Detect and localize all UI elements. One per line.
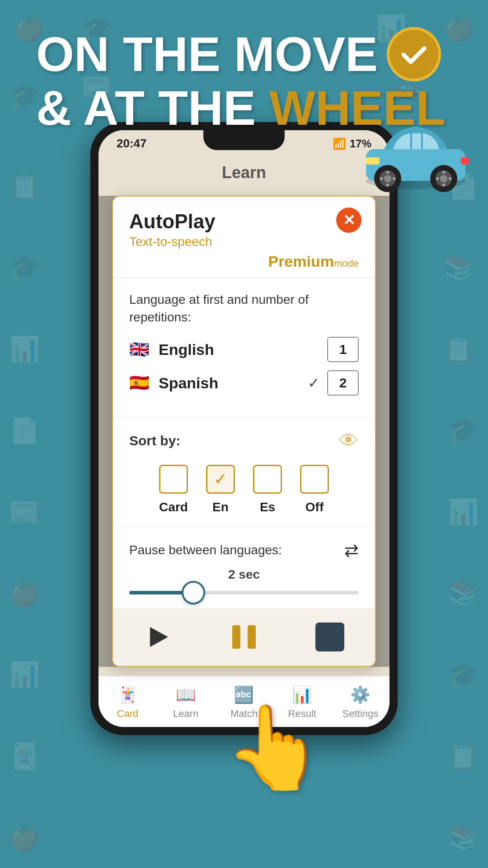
stop-icon xyxy=(315,623,344,651)
sort-label-en: En xyxy=(212,500,229,514)
sort-checkbox-es[interactable] xyxy=(253,465,282,494)
headline-text-1: ON THE MOVE xyxy=(36,28,378,81)
english-name: English xyxy=(159,341,327,359)
sort-section: Sort by: 👁 Card xyxy=(113,417,375,528)
spanish-count[interactable]: 2 xyxy=(327,370,359,396)
svg-point-15 xyxy=(449,177,451,180)
spanish-flag: 🇪🇸 xyxy=(129,373,150,392)
slider-track[interactable] xyxy=(129,591,359,594)
car-illustration xyxy=(357,108,474,199)
nav-icon-card: 🃏 xyxy=(117,685,138,704)
modal-header: AutoPlay Text-to-speech ✕ xyxy=(113,197,375,249)
english-count-value: 1 xyxy=(339,342,347,357)
nav-label-card: Card xyxy=(117,708,139,720)
status-time: 20:47 xyxy=(117,137,147,151)
svg-point-14 xyxy=(436,177,439,180)
premium-mode: mode xyxy=(334,258,359,269)
bottom-controls xyxy=(113,608,375,666)
pause-section: Pause between languages: ⇄ 2 sec xyxy=(113,528,375,608)
nav-item-result[interactable]: 📊 Result xyxy=(273,676,331,727)
pause-button[interactable] xyxy=(226,619,262,655)
svg-rect-16 xyxy=(366,157,380,165)
nav-icon-result: 📊 xyxy=(292,685,312,704)
svg-point-13 xyxy=(442,184,445,186)
sort-options: Card ✓ En xyxy=(129,465,359,514)
sort-label-es: Es xyxy=(260,500,275,514)
phone-screen: 20:47 📶 17% Learn AutoPlay Text-to-speec… xyxy=(99,130,389,727)
bottom-nav: 🃏 Card 📖 Learn 🔤 Match 📊 Result ⚙️ xyxy=(99,676,389,727)
svg-point-10 xyxy=(380,177,383,180)
nav-icon-learn: 📖 xyxy=(176,685,196,704)
svg-point-7 xyxy=(440,175,447,182)
language-section: Language at first and number of repetiti… xyxy=(113,278,375,417)
spanish-name: Spanish xyxy=(159,374,308,392)
svg-point-12 xyxy=(442,171,445,174)
sort-checkbox-en[interactable]: ✓ xyxy=(206,465,235,494)
autoplay-modal: AutoPlay Text-to-speech ✕ Premiummode La… xyxy=(112,196,376,667)
svg-point-9 xyxy=(386,184,389,186)
pause-value: 2 sec xyxy=(129,567,359,582)
language-section-title: Language at first and number of repetiti… xyxy=(129,291,359,326)
modal-subtitle: Text-to-speech xyxy=(129,235,359,249)
svg-point-11 xyxy=(393,177,395,180)
slider-thumb[interactable] xyxy=(182,581,205,604)
sort-option-en[interactable]: ✓ En xyxy=(206,465,235,514)
sort-title: Sort by: xyxy=(129,433,180,448)
language-row-spanish[interactable]: 🇪🇸 Spanish ✓ 2 xyxy=(129,370,359,396)
sort-header: Sort by: 👁 xyxy=(129,429,359,452)
modal-overlay: AutoPlay Text-to-speech ✕ Premiummode La… xyxy=(99,196,389,667)
svg-rect-17 xyxy=(461,157,469,165)
sort-label-off: Off xyxy=(305,500,324,514)
play-button[interactable] xyxy=(140,619,176,655)
svg-rect-20 xyxy=(248,625,256,649)
headline-line1: ON THE MOVE xyxy=(36,27,452,81)
nav-icon-match: 🔤 xyxy=(234,685,254,704)
nav-item-card[interactable]: 🃏 Card xyxy=(99,676,157,727)
svg-marker-18 xyxy=(150,627,168,647)
close-button[interactable]: ✕ xyxy=(336,208,361,233)
headline-prefix: & AT THE xyxy=(36,80,256,135)
close-icon: ✕ xyxy=(343,212,355,229)
sort-check-en: ✓ xyxy=(214,470,227,489)
pause-header: Pause between languages: ⇄ xyxy=(129,540,359,560)
phone-outer: 20:47 📶 17% Learn AutoPlay Text-to-speec… xyxy=(90,122,398,735)
nav-label-result: Result xyxy=(288,708,316,720)
refresh-icon[interactable]: ⇄ xyxy=(344,540,359,560)
sort-option-es[interactable]: Es xyxy=(253,465,282,514)
english-count[interactable]: 1 xyxy=(327,337,359,362)
modal-title: AutoPlay xyxy=(129,210,359,233)
sort-checkbox-card[interactable] xyxy=(159,465,188,494)
screen-title-text: Learn xyxy=(222,163,266,182)
sort-option-card[interactable]: Card xyxy=(159,465,188,514)
svg-rect-19 xyxy=(232,625,240,649)
pause-title: Pause between languages: xyxy=(129,543,282,557)
sort-checkbox-off[interactable] xyxy=(300,465,329,494)
nav-icon-settings: ⚙️ xyxy=(350,685,371,704)
screen-title: Learn xyxy=(99,154,389,187)
language-row-english[interactable]: 🇬🇧 English 1 xyxy=(129,337,359,362)
svg-point-4 xyxy=(384,175,391,182)
stop-button[interactable] xyxy=(312,619,348,655)
spanish-check-icon: ✓ xyxy=(308,374,320,392)
phone-mockup: 20:47 📶 17% Learn AutoPlay Text-to-speec… xyxy=(90,122,398,735)
nav-label-learn: Learn xyxy=(173,708,198,720)
sort-option-off[interactable]: Off xyxy=(300,465,329,514)
nav-item-settings[interactable]: ⚙️ Settings xyxy=(331,676,389,727)
svg-point-8 xyxy=(386,171,389,174)
nav-item-match[interactable]: 🔤 Match xyxy=(215,676,273,727)
checkmark-badge xyxy=(387,27,441,81)
wifi-icon: 📶 xyxy=(333,137,346,150)
nav-item-learn[interactable]: 📖 Learn xyxy=(157,676,215,727)
eye-icon: 👁 xyxy=(339,429,359,452)
premium-badge: Premiummode xyxy=(113,249,375,278)
sort-label-card: Card xyxy=(159,500,188,514)
premium-text: Premium xyxy=(268,253,334,270)
nav-label-settings: Settings xyxy=(343,708,379,720)
nav-label-match: Match xyxy=(230,708,258,720)
spanish-count-value: 2 xyxy=(339,375,347,391)
english-flag: 🇬🇧 xyxy=(129,340,150,359)
